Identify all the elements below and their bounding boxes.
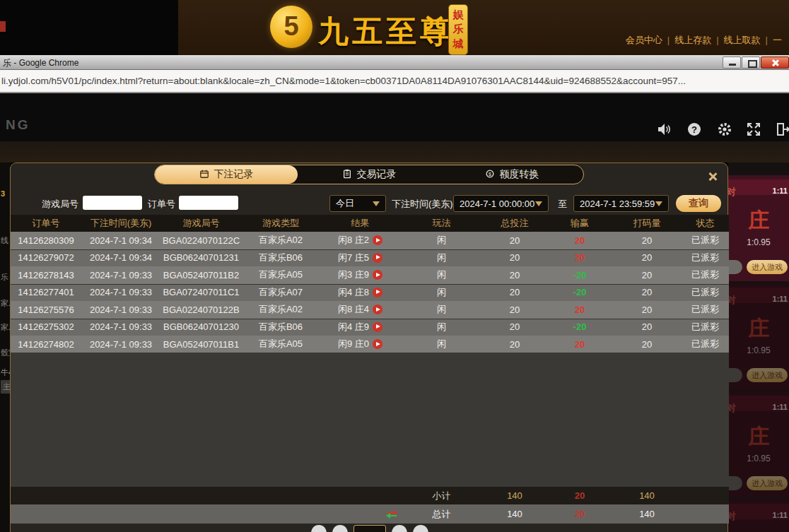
pagination [11, 525, 729, 532]
table-row: 141262781432024-7-1 09:33BGA052407011B2百… [11, 266, 729, 284]
cell-result: 闲8 庄2 [320, 234, 401, 247]
total-row: 总计 140 20 140 [11, 504, 729, 524]
result-text: 闲4 庄8 [338, 286, 369, 299]
cell-turnover: 20 [612, 305, 682, 315]
cell-round-id: BGA0224070122C [160, 235, 242, 246]
date-to-select[interactable]: 2024-7-1 23:59:59 [573, 195, 669, 212]
cell-round-id: BGA052407011B2 [160, 270, 242, 280]
game-card-header: 对1:11 [728, 179, 789, 195]
game-card[interactable]: 对1:11庄1:0.95进入游戏 [728, 175, 789, 281]
modal-close-button[interactable] [706, 170, 719, 183]
pagination-prev-button[interactable] [332, 525, 348, 532]
total-turnover: 140 [612, 509, 682, 519]
game-card[interactable]: 对1:11庄1:0.95进入游戏 [728, 283, 789, 389]
pagination-page-box[interactable] [353, 525, 386, 532]
subtotal-win-loss: 20 [547, 490, 612, 501]
pagination-last-button[interactable] [413, 525, 428, 532]
refresh-swap-icon[interactable] [385, 509, 398, 519]
cell-result: 闲9 庄0 [320, 338, 401, 350]
sidebar-text-fragment: 家乐 [1, 298, 10, 309]
cell-round-id: BGA072407011C1 [160, 287, 242, 297]
chevron-down-icon [535, 201, 542, 206]
question-icon: ? [686, 122, 702, 137]
cell-order-id: 14126274802 [11, 339, 81, 350]
minimize-button[interactable] [723, 57, 741, 69]
tab-quota-transfer[interactable]: $额度转换 [440, 165, 583, 184]
table-row: 141262748022024-7-1 09:33BGA052407011B1百… [11, 336, 729, 353]
cell-result: 闲7 庄5 [320, 252, 401, 264]
column-header: 状态 [682, 217, 729, 230]
tab-bet-records[interactable]: 下注记录 [155, 165, 298, 184]
cell-win-loss: 20 [547, 252, 612, 263]
cell-turnover: 20 [612, 252, 682, 263]
close-icon [771, 59, 779, 66]
exit-button[interactable] [775, 122, 789, 137]
left-sidebar-fragment: 3线乐家乐家乐骰宝牛4主 [0, 162, 10, 532]
cell-bet-time: 2024-7-1 09:33 [81, 270, 160, 280]
logo-coin-icon: 5 [270, 6, 312, 48]
cell-turnover: 20 [612, 321, 682, 332]
result-text: 闲3 庄9 [338, 268, 369, 281]
banner-left-black [0, 0, 178, 55]
maximize-button[interactable] [742, 57, 760, 69]
result-text: 闲7 庄5 [338, 252, 369, 264]
settings-button[interactable] [717, 122, 732, 137]
help-button[interactable]: ? [686, 122, 702, 137]
cell-total-bet: 20 [482, 270, 547, 280]
cell-round-id: BGA0224070122B [160, 305, 242, 315]
tab-transaction-records[interactable]: 交易记录 [298, 165, 440, 184]
range-select-value: 今日 [336, 197, 354, 210]
game-card[interactable]: 对1:11庄1:0.95进入游戏 [728, 391, 789, 497]
enter-game-button[interactable]: 进入游戏 [747, 260, 788, 274]
sound-button[interactable] [656, 122, 672, 137]
game-card[interactable]: 对1:11庄1:0.95进入游戏 [728, 500, 789, 532]
range-select[interactable]: 今日 [329, 195, 386, 212]
sidebar-text-fragment: 线 [1, 235, 8, 246]
pagination-next-button[interactable] [392, 525, 407, 532]
site-nav-link[interactable]: 线上取款 [724, 35, 761, 45]
browser-urlbar[interactable]: li.ydjol.com/h5V01/pc/index.html?return=… [0, 70, 789, 93]
records-modal: 下注记录交易记录$额度转换 游戏局号 订单号 今日 下注时间(美东) 2024-… [10, 162, 728, 532]
replay-button[interactable] [373, 270, 382, 280]
cell-play: 闲 [401, 286, 482, 299]
secondary-button[interactable] [728, 260, 742, 274]
maximize-icon [748, 60, 757, 68]
replay-button[interactable] [373, 235, 382, 245]
site-nav-link[interactable]: 会员中心 [626, 35, 662, 45]
result-text: 闲8 庄4 [338, 303, 369, 316]
replay-button[interactable] [373, 322, 382, 332]
cell-play: 闲 [401, 303, 482, 316]
subtotal-label: 小计 [401, 490, 482, 502]
search-button[interactable]: 查询 [676, 195, 721, 212]
cell-play: 闲 [401, 268, 482, 281]
cell-win-loss: 20 [547, 235, 612, 246]
replay-button[interactable] [373, 339, 382, 349]
column-header: 玩法 [401, 217, 482, 230]
replay-button[interactable] [373, 253, 382, 263]
tab-bet-records-icon [199, 169, 209, 181]
cell-game-type: 百家乐A05 [242, 268, 320, 281]
cell-turnover: 20 [612, 287, 682, 297]
fullscreen-button[interactable] [746, 122, 761, 137]
order-input[interactable] [179, 196, 238, 210]
cell-result: 闲8 庄4 [320, 303, 401, 316]
site-nav-link[interactable]: 线上存款 [674, 35, 711, 45]
cell-bet-time: 2024-7-1 09:33 [81, 305, 160, 315]
site-nav-link[interactable]: 一 [773, 35, 782, 45]
logo-badge: 娱乐城 [448, 4, 468, 55]
sidebar-text-fragment: 主 [1, 380, 10, 394]
replay-button[interactable] [373, 305, 382, 314]
cell-bet-time: 2024-7-1 09:33 [81, 321, 160, 332]
table-row: 141262755762024-7-1 09:33BGA0224070122B百… [11, 301, 729, 319]
total-win-loss: 20 [547, 509, 612, 519]
game-round-input[interactable] [83, 196, 142, 210]
result-text: 闲8 庄2 [338, 234, 369, 247]
minimize-icon [729, 64, 736, 66]
close-window-button[interactable] [761, 57, 789, 69]
cell-win-loss: 20 [547, 339, 612, 350]
pagination-first-button[interactable] [311, 525, 327, 532]
date-from-select[interactable]: 2024-7-1 00:00:00 [453, 195, 549, 212]
cell-total-bet: 20 [482, 339, 547, 350]
replay-button[interactable] [373, 288, 382, 297]
pair-tag: 对 [728, 186, 736, 199]
